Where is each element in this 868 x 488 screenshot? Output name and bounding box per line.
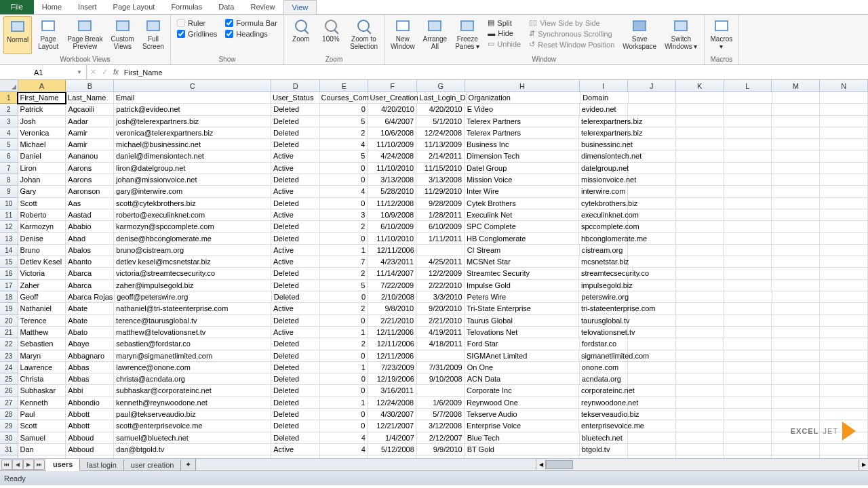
full-screen-button[interactable]: Full Screen <box>140 16 167 54</box>
cell[interactable]: 3/3/2010 <box>417 291 465 303</box>
cell[interactable]: Cytek Brothers <box>465 198 579 209</box>
cell[interactable] <box>676 373 724 385</box>
cell[interactable]: spccomplete.com <box>579 221 628 232</box>
cell[interactable] <box>724 444 772 455</box>
row-header[interactable]: 6 <box>0 150 18 162</box>
view-side-by-side-button[interactable]: ▯▯ View Side by Side <box>528 18 616 28</box>
cell[interactable] <box>628 186 676 197</box>
row-header[interactable]: 12 <box>0 221 18 232</box>
cell[interactable] <box>820 280 868 291</box>
cell[interactable]: Active <box>271 256 320 268</box>
row-header[interactable]: 4 <box>0 127 18 139</box>
cell[interactable]: 0 <box>320 409 368 420</box>
cell[interactable]: execulinknet.com <box>579 209 628 221</box>
cell[interactable]: Deleted <box>271 350 320 362</box>
cell[interactable] <box>724 245 772 256</box>
cell[interactable]: businessinc.net <box>579 139 628 150</box>
column-header-E[interactable]: E <box>320 80 368 92</box>
cell[interactable] <box>676 291 724 303</box>
cell[interactable]: 5/1/2010 <box>416 116 465 127</box>
hide-button[interactable]: ▬ Hide <box>486 28 522 38</box>
cell[interactable]: Aarons <box>66 163 114 174</box>
cell[interactable]: Veronica <box>18 127 66 139</box>
cell[interactable]: patrick@evideo.net <box>114 104 271 115</box>
cell[interactable]: acndata.org <box>580 373 628 385</box>
cell[interactable]: 7/31/2009 <box>417 362 465 373</box>
cell[interactable]: detlev kesel@mcsnetstar.biz <box>114 256 271 268</box>
cell[interactable] <box>676 221 724 232</box>
tab-view[interactable]: View <box>283 0 317 14</box>
cell[interactable] <box>772 291 821 303</box>
cell[interactable] <box>820 455 868 458</box>
cell[interactable]: Peters Wire <box>465 291 580 303</box>
cell[interactable]: Deleted <box>271 338 320 350</box>
cell[interactable]: peterswire.org <box>579 291 628 303</box>
cell[interactable]: E Video <box>465 104 580 115</box>
cell[interactable]: Aas <box>66 198 114 209</box>
cell[interactable] <box>820 174 868 186</box>
cell[interactable]: Email <box>114 92 271 104</box>
cell[interactable] <box>772 198 820 209</box>
cell[interactable] <box>820 444 868 455</box>
cell[interactable] <box>724 104 772 115</box>
cell[interactable]: Patrick <box>18 104 66 115</box>
cell[interactable]: 4/25/2011 <box>416 256 465 268</box>
sheet-tab-users[interactable]: users <box>46 459 80 471</box>
cell[interactable]: veronica@telerexpartners.biz <box>114 127 271 139</box>
cell[interactable]: impulsegold.biz <box>579 280 628 291</box>
row-header[interactable]: 32 <box>0 455 18 458</box>
row-header[interactable]: 1 <box>0 92 18 104</box>
column-header-F[interactable]: F <box>368 80 417 92</box>
cell[interactable]: Primus Net <box>465 455 579 458</box>
cell[interactable]: User_Creation <box>368 92 418 104</box>
cell[interactable]: 2 <box>320 221 368 232</box>
cell[interactable]: Dimension Tech <box>465 150 579 162</box>
cell[interactable]: Terence <box>18 315 66 327</box>
column-header-G[interactable]: G <box>417 80 465 92</box>
cell[interactable]: 11/15/2010 <box>416 163 465 174</box>
cell[interactable] <box>676 385 724 396</box>
cell[interactable]: sebastien@fordstar.co <box>114 338 271 350</box>
cell[interactable] <box>724 163 772 174</box>
cell[interactable]: telerexpartners.biz <box>579 116 628 127</box>
cell[interactable]: Deleted <box>271 268 320 279</box>
column-header-H[interactable]: H <box>465 80 580 92</box>
row-header[interactable]: 20 <box>0 315 18 327</box>
cell[interactable]: 4/20/2010 <box>417 104 465 115</box>
column-header-M[interactable]: M <box>772 80 820 92</box>
cell[interactable]: 12/11/2006 <box>368 327 416 338</box>
cell[interactable]: Maryn <box>18 350 66 362</box>
cell[interactable] <box>676 163 724 174</box>
cell[interactable]: Abarca <box>66 280 114 291</box>
cell[interactable]: Deleted <box>271 127 320 139</box>
cell[interactable] <box>772 245 820 256</box>
cell[interactable] <box>772 268 820 279</box>
cell[interactable] <box>820 116 868 127</box>
cell[interactable] <box>772 233 820 245</box>
scroll-right-icon[interactable]: ▶ <box>859 460 868 470</box>
cell[interactable] <box>772 163 820 174</box>
cell[interactable]: 11/12/2008 <box>368 198 416 209</box>
cell[interactable] <box>772 327 820 338</box>
cell[interactable]: MCSNet Star <box>465 256 579 268</box>
cell[interactable]: Aarons <box>66 174 114 186</box>
cell[interactable] <box>724 139 772 150</box>
cell[interactable] <box>820 256 868 268</box>
cell[interactable] <box>628 315 676 327</box>
cell[interactable]: Abad <box>66 233 114 245</box>
cell[interactable] <box>676 268 724 279</box>
cell[interactable]: 5/7/2008 <box>416 409 465 420</box>
row-header[interactable]: 5 <box>0 139 18 150</box>
cell[interactable] <box>628 397 676 409</box>
cell[interactable] <box>820 338 868 350</box>
cell[interactable]: geoff@peterswire.org <box>115 291 272 303</box>
cell[interactable]: Michael <box>18 139 66 150</box>
cell[interactable] <box>628 256 676 268</box>
row-header[interactable]: 3 <box>0 116 18 127</box>
cell[interactable] <box>772 92 821 104</box>
cell[interactable]: nathaniel@tri-stateenterprise.com <box>114 303 271 314</box>
cell[interactable]: Deleted <box>271 373 320 385</box>
cell[interactable]: Active <box>271 245 320 256</box>
cell[interactable] <box>724 303 772 314</box>
cell[interactable]: tri-stateenterprise.com <box>579 303 628 314</box>
